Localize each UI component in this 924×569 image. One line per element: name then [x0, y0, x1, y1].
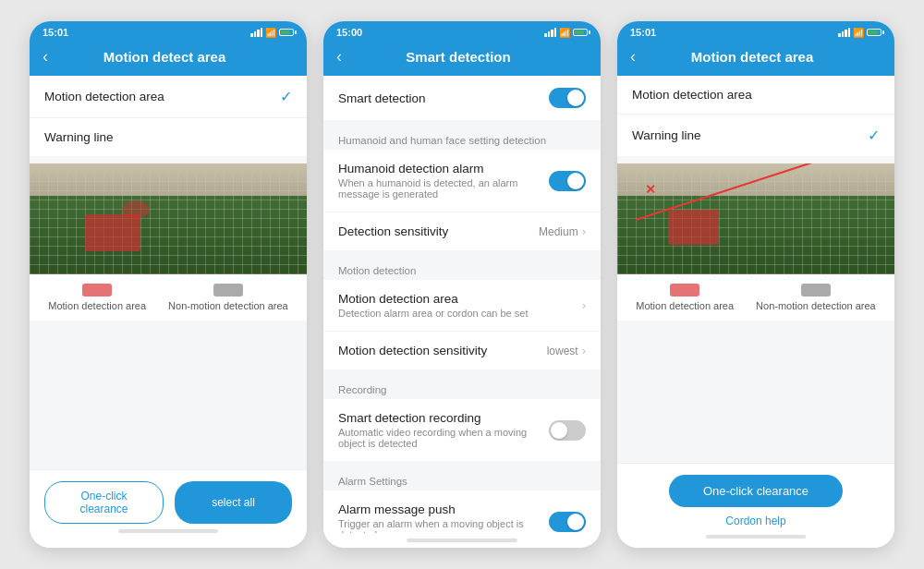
content-3: Motion detection area Warning line ✓ ✕ — [617, 76, 894, 463]
menu-list-1: Motion detection area ✓ Warning line — [30, 76, 307, 156]
row-label-motion-3: Motion detection area — [632, 88, 880, 102]
wifi-icon-2: 📶 — [559, 28, 570, 38]
signal-icon-3 — [838, 28, 850, 37]
detection-sensitivity-row[interactable]: Detection sensitivity Medium › — [323, 212, 601, 250]
footer-3: One-click clearance Cordon help — [617, 463, 894, 548]
row-label-warning-3: Warning line — [632, 128, 868, 142]
section-humanoid: Humanoid and human face setting detectio… — [323, 127, 601, 150]
motion-area-label: Motion detection area — [338, 292, 582, 306]
signal-icon-1 — [250, 28, 262, 37]
row-label-motion-1: Motion detection area — [44, 90, 280, 103]
legend-color-nonmotion-1 — [213, 284, 243, 297]
chevron-icon-1: › — [582, 224, 586, 238]
back-button-2[interactable]: ‹ — [336, 47, 342, 67]
alarm-push-row[interactable]: Alarm message push Trigger an alarm when… — [323, 490, 601, 533]
header-2: ‹ Smart detection — [323, 42, 601, 76]
legend-color-motion-1 — [82, 284, 112, 297]
smart-recording-sub: Automatic video recording when a moving … — [338, 427, 549, 449]
recording-list: Smart detection recording Automatic vide… — [323, 399, 601, 461]
one-click-clearance-btn-3[interactable]: One-click clearance — [669, 475, 843, 507]
status-icons-1: 📶 — [250, 28, 294, 38]
signal-icon-2 — [544, 28, 556, 37]
humanoid-list: Humanoid detection alarm When a humanoid… — [323, 150, 601, 250]
time-1: 15:01 — [43, 27, 68, 38]
menu-list-3: Motion detection area Warning line ✓ — [617, 76, 894, 156]
home-indicator-3 — [706, 535, 805, 539]
detection-sensitivity-label: Detection sensitivity — [338, 224, 539, 238]
row-label-warning-1: Warning line — [44, 130, 292, 144]
header-1: ‹ Motion detect area — [30, 42, 307, 76]
alarm-push-toggle[interactable] — [549, 512, 586, 532]
phone-3: 15:01 📶 ‹ Motion detect area — [617, 21, 894, 548]
smart-detection-row[interactable]: Smart detection — [323, 76, 601, 120]
row-warning-line-1[interactable]: Warning line — [30, 118, 307, 156]
smart-detection-toggle[interactable] — [549, 88, 586, 108]
legend-label-nonmotion-1: Non-motion detection area — [168, 300, 288, 311]
smart-detection-section: Smart detection — [323, 76, 601, 120]
motion-area-sub: Detection alarm area or cordon can be se… — [338, 308, 582, 319]
back-button-1[interactable]: ‹ — [43, 47, 48, 67]
wifi-icon-1: 📶 — [265, 28, 276, 38]
alarm-push-sub: Trigger an alarm when a moving object is… — [338, 518, 549, 533]
status-bar-1: 15:01 📶 — [30, 21, 307, 42]
check-icon-3: ✓ — [868, 127, 880, 144]
legend-color-nonmotion-3 — [801, 284, 831, 297]
status-bar-3: 15:01 📶 — [617, 21, 894, 42]
content-2: Smart detection Humanoid and human face … — [323, 76, 601, 533]
alarm-list: Alarm message push Trigger an alarm when… — [323, 490, 601, 533]
legend-label-nonmotion-3: Non-motion detection area — [756, 300, 876, 311]
battery-icon-2 — [573, 29, 588, 36]
header-title-3: Motion detect area — [645, 49, 859, 65]
home-indicator-1 — [118, 529, 217, 533]
smart-detection-label: Smart detection — [338, 91, 549, 105]
status-bar-2: 15:00 📶 — [323, 21, 601, 42]
row-warning-line-3[interactable]: Warning line ✓ — [617, 115, 894, 156]
motion-list: Motion detection area Detection alarm ar… — [323, 280, 601, 369]
footer-buttons-1: One-click clearance select all — [44, 481, 292, 524]
phone-2: 15:00 📶 ‹ Smart detection — [323, 21, 601, 548]
chevron-icon-2: › — [582, 298, 586, 312]
chevron-icon-3: › — [582, 344, 586, 357]
humanoid-alarm-label: Humanoid detection alarm — [338, 162, 549, 176]
one-click-clearance-btn-1[interactable]: One-click clearance — [44, 481, 164, 524]
smart-recording-toggle[interactable] — [549, 420, 586, 441]
time-3: 15:01 — [630, 27, 656, 38]
select-all-btn-1[interactable]: select all — [175, 481, 292, 524]
phone-1: 15:01 📶 ‹ Motion detect area — [30, 21, 307, 548]
legend-label-motion-3: Motion detection area — [636, 300, 734, 311]
motion-sensitivity-row[interactable]: Motion detection sensitivity lowest › — [323, 332, 601, 369]
humanoid-alarm-row[interactable]: Humanoid detection alarm When a humanoid… — [323, 150, 601, 212]
wifi-icon-3: 📶 — [853, 28, 864, 38]
row-motion-detect-area-1[interactable]: Motion detection area ✓ — [30, 76, 307, 118]
alarm-push-label: Alarm message push — [338, 502, 549, 516]
footer-1: One-click clearance select all — [30, 469, 307, 548]
humanoid-alarm-sub: When a humanoid is detected, an alarm me… — [338, 177, 549, 200]
motion-area-row[interactable]: Motion detection area Detection alarm ar… — [323, 280, 601, 332]
status-icons-2: 📶 — [544, 28, 588, 38]
section-alarm: Alarm Settings — [323, 468, 601, 490]
motion-sensitivity-value: lowest — [547, 345, 578, 357]
header-title-1: Motion detect area — [57, 49, 272, 65]
red-x-marker: ✕ — [645, 182, 656, 197]
header-title-2: Smart detection — [351, 49, 565, 65]
time-2: 15:00 — [336, 27, 362, 38]
smart-recording-row[interactable]: Smart detection recording Automatic vide… — [323, 399, 601, 461]
battery-icon-1 — [279, 29, 294, 36]
legend-label-motion-1: Motion detection area — [48, 300, 146, 311]
legend-1: Motion detection area Non-motion detecti… — [30, 274, 307, 321]
humanoid-alarm-toggle[interactable] — [549, 171, 586, 191]
legend-item-motion-3: Motion detection area — [636, 284, 734, 311]
section-motion: Motion detection — [323, 258, 601, 280]
camera-view-3: ✕ — [617, 163, 894, 274]
cordon-help-link[interactable]: Cordon help — [632, 515, 880, 527]
status-icons-3: 📶 — [838, 28, 881, 38]
content-1: Motion detection area ✓ Warning line — [30, 76, 307, 469]
motion-sensitivity-label: Motion detection sensitivity — [338, 344, 547, 357]
check-icon-1: ✓ — [280, 88, 292, 105]
detection-sensitivity-value: Medium — [539, 225, 578, 238]
row-motion-detect-area-3[interactable]: Motion detection area — [617, 76, 894, 115]
smart-recording-label: Smart detection recording — [338, 411, 549, 425]
legend-color-motion-3 — [670, 284, 699, 297]
back-button-3[interactable]: ‹ — [630, 47, 636, 67]
legend-item-nonmotion-1: Non-motion detection area — [168, 284, 288, 311]
